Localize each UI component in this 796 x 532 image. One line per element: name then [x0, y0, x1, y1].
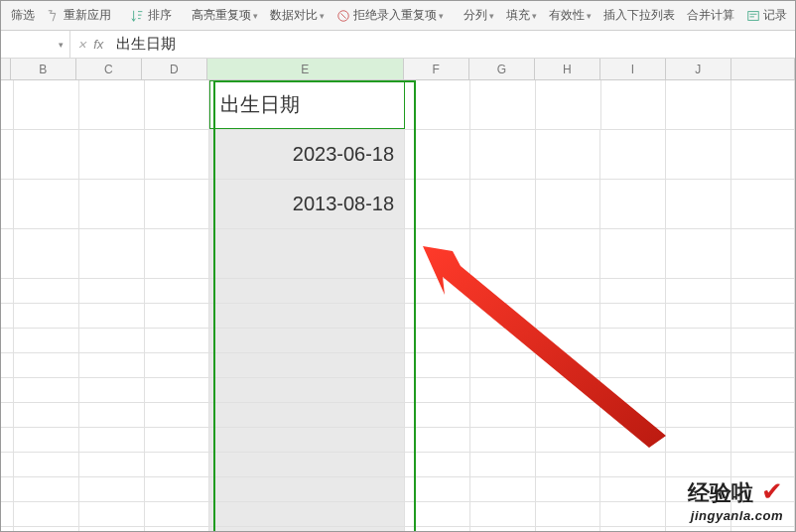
cell[interactable]	[14, 353, 79, 377]
cell[interactable]	[1, 477, 14, 501]
cell-E2[interactable]: 2023-06-18	[209, 130, 405, 179]
cell[interactable]	[405, 130, 470, 179]
cell[interactable]	[79, 80, 145, 129]
cell[interactable]	[14, 453, 79, 476]
cell[interactable]	[1, 527, 14, 532]
cell[interactable]	[536, 353, 601, 377]
cell[interactable]	[666, 453, 731, 476]
cell[interactable]	[1, 428, 14, 452]
cell[interactable]	[79, 329, 145, 352]
cell[interactable]	[145, 304, 210, 328]
cell[interactable]	[14, 403, 79, 427]
cell[interactable]	[1, 329, 14, 352]
cell[interactable]	[536, 527, 601, 532]
fx-button[interactable]: ✕ fx	[70, 37, 110, 52]
cell[interactable]	[1, 353, 14, 377]
cell[interactable]	[1, 453, 14, 476]
cell[interactable]	[666, 378, 731, 402]
cell[interactable]	[731, 279, 795, 303]
cell[interactable]	[666, 180, 731, 228]
cell[interactable]	[536, 80, 601, 129]
cell[interactable]	[536, 477, 601, 501]
cell[interactable]	[536, 428, 601, 452]
cell[interactable]	[600, 229, 666, 278]
cell[interactable]	[470, 329, 536, 352]
validation-button[interactable]: 有效性 ▾	[543, 1, 597, 30]
cell[interactable]	[600, 428, 666, 452]
cell[interactable]	[145, 180, 210, 228]
col-header-F[interactable]: F	[404, 59, 469, 79]
cell[interactable]	[405, 304, 470, 328]
cell[interactable]	[79, 180, 145, 228]
cell[interactable]	[79, 502, 145, 526]
col-header-H[interactable]: H	[535, 59, 600, 79]
cell[interactable]	[536, 130, 601, 179]
cell[interactable]	[79, 229, 145, 278]
cell[interactable]	[536, 304, 601, 328]
cell[interactable]	[405, 403, 470, 427]
cell[interactable]	[14, 477, 79, 501]
sort-button[interactable]: 排序	[125, 1, 178, 30]
cell[interactable]	[731, 229, 795, 278]
cell[interactable]	[536, 502, 601, 526]
cell[interactable]	[145, 502, 210, 526]
cell[interactable]	[209, 502, 404, 526]
cell[interactable]	[1, 403, 14, 427]
col-header-D[interactable]: D	[142, 59, 207, 79]
col-header-I[interactable]: I	[600, 59, 666, 79]
cell[interactable]	[79, 353, 145, 377]
cell[interactable]	[405, 329, 470, 352]
cell[interactable]	[405, 80, 470, 129]
data-compare-button[interactable]: 数据对比 ▾	[264, 1, 331, 30]
cell[interactable]	[666, 403, 731, 427]
cell[interactable]	[405, 527, 470, 532]
cell[interactable]	[145, 329, 210, 352]
filter-button[interactable]: 筛选	[5, 1, 41, 30]
insert-dropdown-button[interactable]: 插入下拉列表	[597, 1, 681, 30]
cell[interactable]	[666, 229, 731, 278]
cell[interactable]	[600, 477, 666, 501]
cell[interactable]	[14, 180, 79, 228]
cell[interactable]	[600, 279, 666, 303]
cell[interactable]	[600, 378, 666, 402]
cell[interactable]	[405, 477, 470, 501]
col-header-corner[interactable]	[1, 59, 11, 79]
cell[interactable]	[209, 353, 404, 377]
cell[interactable]	[14, 527, 79, 532]
cell[interactable]	[145, 130, 210, 179]
fill-button[interactable]: 填充 ▾	[500, 1, 543, 30]
cell[interactable]	[1, 502, 14, 526]
highlight-dup-button[interactable]: 高亮重复项 ▾	[186, 1, 264, 30]
cell[interactable]	[470, 304, 536, 328]
cell[interactable]	[1, 80, 14, 129]
cell[interactable]	[470, 502, 536, 526]
col-header-B[interactable]: B	[11, 59, 76, 79]
cell[interactable]	[145, 527, 210, 532]
cell[interactable]	[1, 180, 14, 228]
cell[interactable]	[79, 453, 145, 476]
cell[interactable]	[470, 80, 536, 129]
cell[interactable]	[470, 229, 536, 278]
cell[interactable]	[731, 180, 795, 228]
cell[interactable]	[666, 304, 731, 328]
cell[interactable]	[536, 378, 601, 402]
cell[interactable]	[209, 453, 404, 476]
cell[interactable]	[600, 403, 666, 427]
cell[interactable]	[666, 353, 731, 377]
formula-input[interactable]: 出生日期	[110, 31, 795, 58]
cell[interactable]	[145, 378, 210, 402]
cell[interactable]	[536, 329, 601, 352]
col-header-E[interactable]: E	[207, 59, 404, 79]
cell[interactable]	[1, 229, 14, 278]
cell[interactable]	[14, 502, 79, 526]
cell[interactable]	[666, 130, 731, 179]
cell[interactable]	[79, 403, 145, 427]
cell[interactable]	[600, 527, 666, 532]
consolidate-button[interactable]: 合并计算	[681, 1, 740, 30]
cell[interactable]	[79, 130, 145, 179]
cell[interactable]	[405, 502, 470, 526]
cell[interactable]	[731, 527, 795, 532]
cell[interactable]	[731, 130, 795, 179]
cell[interactable]	[731, 353, 795, 377]
cell[interactable]	[731, 304, 795, 328]
